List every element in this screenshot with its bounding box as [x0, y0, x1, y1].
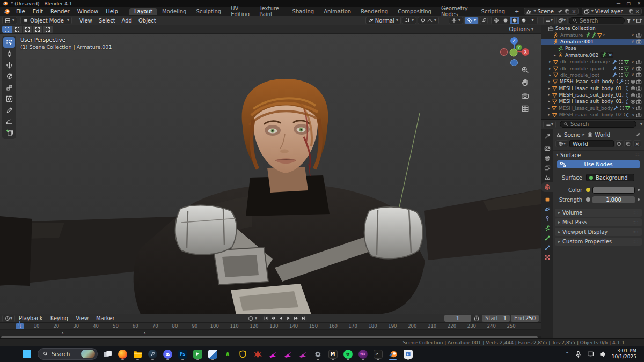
mesh-data-icon[interactable]	[624, 85, 630, 91]
timeline-menu-keying[interactable]: Keying	[47, 315, 72, 321]
tool-add-cube[interactable]	[3, 127, 15, 138]
xray-toggle[interactable]	[480, 17, 488, 24]
transform-orientation[interactable]: Normal▾	[365, 17, 401, 24]
visibility-eye-icon[interactable]	[630, 92, 636, 98]
taskbar-app-red-app[interactable]	[252, 348, 263, 360]
playhead[interactable]	[19, 321, 20, 329]
render-visibility-icon[interactable]	[636, 39, 642, 45]
modifier-wrench-icon[interactable]	[618, 79, 624, 85]
pin-icon[interactable]	[558, 9, 563, 14]
select-mode-invert[interactable]	[33, 26, 42, 33]
outliner-row-armature[interactable]: Armature2∨	[541, 32, 644, 38]
taskbar-app-terminal[interactable]: >_	[372, 348, 383, 360]
expand-arrow-icon[interactable]: ▸	[547, 99, 552, 104]
overlays-toggle[interactable]: ▾	[464, 17, 479, 24]
tool-scale[interactable]	[3, 82, 15, 93]
menu-file[interactable]: File	[12, 9, 29, 14]
properties-tab-scene[interactable]	[541, 173, 553, 182]
visibility-eye-icon[interactable]	[630, 85, 636, 91]
hide-viewport-icon[interactable]: ∨	[631, 113, 636, 117]
workspace-tab-layout[interactable]: Layout	[129, 8, 157, 15]
modifier-wrench-icon[interactable]	[612, 65, 618, 71]
hide-viewport-icon[interactable]: ∨	[630, 72, 636, 77]
options-dropdown[interactable]: Options▾	[509, 26, 533, 32]
next-keyframe-button[interactable]	[292, 315, 299, 322]
taskbar-app-security-shield[interactable]	[237, 348, 248, 360]
world-name-field[interactable]: World	[569, 140, 614, 147]
outliner-row-pose[interactable]: Pose	[541, 45, 644, 51]
animate-strength-dot[interactable]	[638, 198, 640, 201]
color-swatch[interactable]	[592, 187, 635, 194]
surface-shader-dropdown[interactable]: Background	[586, 174, 634, 181]
taskbar-app-blender[interactable]	[387, 348, 398, 360]
workspace-tab-sculpting[interactable]: Sculpting	[191, 8, 226, 15]
snap-toggle[interactable]: ▾	[402, 17, 416, 24]
outliner-row-mesh-isaac-suit-body-01-002[interactable]: ▸MESH_isaac_suit_body_01.002	[541, 92, 644, 98]
viewport-menu-select[interactable]: Select	[96, 18, 119, 24]
properties-tab-physics[interactable]	[541, 204, 553, 214]
play-button[interactable]	[285, 315, 292, 322]
modifier-wrench-icon[interactable]	[613, 105, 619, 111]
taskbar-search[interactable]: Search	[38, 348, 98, 360]
show-gizmo-toggle[interactable]: ▾	[449, 17, 463, 24]
render-visibility-icon[interactable]	[636, 72, 642, 78]
workspace-tab-rendering[interactable]: Rendering	[356, 8, 393, 15]
render-visibility-icon[interactable]	[636, 112, 642, 118]
tool-cursor[interactable]	[3, 48, 15, 59]
render-visibility-icon[interactable]	[636, 85, 642, 91]
proportional-edit-toggle[interactable]: ▾	[418, 17, 439, 24]
prev-keyframe-button[interactable]	[270, 315, 277, 322]
tool-measure[interactable]	[3, 116, 15, 127]
outliner-row-armature-002[interactable]: ▸Armature.00238	[541, 52, 644, 58]
taskbar-app-magenta-app-1[interactable]	[267, 348, 278, 360]
close-button[interactable]: ✕	[634, 0, 644, 7]
hide-viewport-icon[interactable]: ∨	[630, 39, 636, 44]
camera-view-icon[interactable]	[521, 92, 529, 100]
properties-tab-bone-constraint[interactable]	[541, 243, 553, 253]
select-mode-extend[interactable]	[12, 26, 22, 33]
menu-render[interactable]: Render	[47, 9, 74, 14]
render-visibility-icon[interactable]	[636, 65, 642, 71]
play-reverse-button[interactable]	[277, 315, 284, 322]
render-visibility-icon[interactable]	[636, 59, 642, 65]
taskbar-app-media-app[interactable]	[402, 348, 413, 360]
taskbar-app-task-view[interactable]	[102, 348, 113, 360]
taskbar-app-video-editor[interactable]	[192, 348, 203, 360]
outliner-row-armature-001[interactable]: Armature.001∨	[541, 39, 644, 45]
shading-solid-button[interactable]	[501, 17, 510, 24]
jump-to-start-button[interactable]	[262, 315, 269, 322]
visibility-eye-icon[interactable]	[630, 99, 636, 105]
copy-icon[interactable]	[565, 9, 570, 14]
properties-tab-texture[interactable]	[541, 253, 553, 262]
auto-key-record-icon[interactable]	[247, 315, 254, 322]
menu-edit[interactable]: Edit	[29, 9, 47, 14]
outliner-search[interactable]: Search	[569, 17, 625, 24]
timeline-tracks[interactable]: ∧ ∧	[0, 330, 541, 336]
taskbar-clock[interactable]: 3:01 PM 10/1/2025	[612, 348, 639, 360]
zoom-icon[interactable]	[521, 66, 529, 74]
end-frame-field[interactable]: End250	[511, 315, 539, 322]
outliner-display-mode[interactable]: ▾	[543, 17, 555, 24]
properties-tab-constraints[interactable]	[541, 214, 553, 224]
properties-tab-view-layer[interactable]	[541, 163, 553, 173]
unlink-icon[interactable]: ×	[572, 9, 576, 14]
properties-tab-tool[interactable]	[541, 131, 553, 141]
panel-custom-properties[interactable]: ▸Custom Properties∷∷	[555, 238, 642, 246]
taskbar-app-file-explorer[interactable]	[132, 348, 143, 360]
maximize-button[interactable]: ▢	[624, 0, 634, 7]
outliner-row-dlc-module-damage[interactable]: ▸dlc_module_damage∨	[541, 58, 644, 65]
render-visibility-icon[interactable]	[636, 92, 642, 98]
tool-annotate[interactable]	[3, 105, 15, 115]
tool-rotate[interactable]	[3, 71, 15, 82]
render-visibility-icon[interactable]	[636, 79, 642, 85]
outliner-row-mesh-isaac-suit-body-02-001[interactable]: ▸MESH_isaac_suit_body_02.001∨	[541, 112, 644, 118]
timeline-menu-playback[interactable]: Playback	[15, 315, 47, 321]
blender-menu-icon[interactable]	[3, 8, 10, 15]
ortho-grid-icon[interactable]	[521, 105, 529, 113]
shading-dropdown[interactable]: ▾	[528, 17, 537, 24]
properties-search[interactable]: Search	[560, 121, 636, 128]
expand-arrow-icon[interactable]: ▸	[547, 79, 552, 84]
pin-icon[interactable]	[635, 132, 641, 137]
workspace-tab-scripting[interactable]: Scripting	[477, 8, 510, 15]
properties-options-dropdown[interactable]: ▾	[640, 122, 642, 127]
